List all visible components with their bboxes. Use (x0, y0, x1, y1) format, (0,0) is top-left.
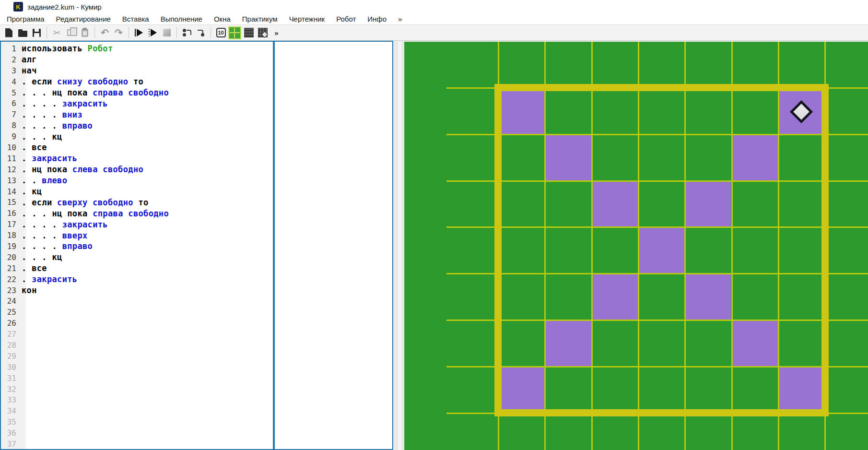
line-number: 10 (1, 143, 16, 152)
pane-splitter[interactable] (394, 41, 404, 450)
code-line[interactable]: 27 (1, 329, 273, 340)
code-text: . . . . закрасить (16, 99, 108, 108)
code-line[interactable]: 4. если снизу свободно то (1, 76, 273, 87)
menu-item-Чертежник[interactable]: Чертежник (283, 14, 331, 24)
robot-field-window[interactable] (404, 42, 868, 450)
code-line[interactable]: 36 (1, 427, 273, 438)
code-line[interactable]: 6. . . . закрасить (1, 98, 273, 109)
code-editor-pane[interactable]: 1использовать Робот2алг3нач4. если снизу… (0, 41, 274, 450)
toolbar-separator (211, 27, 211, 38)
code-line[interactable]: 3нач (1, 65, 273, 76)
new-file-icon (5, 28, 12, 37)
toolbar-separator (129, 27, 129, 38)
menu-item-Окна[interactable]: Окна (208, 14, 236, 24)
code-text: . все (16, 142, 47, 152)
run-step-button[interactable] (146, 26, 159, 39)
code-text: . закрасить (16, 154, 77, 163)
code-line[interactable]: 32 (1, 384, 273, 395)
code-line[interactable]: 2алг (1, 54, 273, 65)
code-line[interactable]: 33 (1, 395, 273, 406)
line-number: 18 (1, 231, 16, 240)
step-out-icon (197, 29, 205, 36)
step-over-button[interactable] (180, 26, 193, 39)
line-number: 36 (1, 428, 16, 438)
menu-item-Инфо[interactable]: Инфо (362, 14, 392, 24)
code-line[interactable]: 7. . . . вниз (1, 109, 273, 120)
show-values-button[interactable]: 10 (214, 26, 227, 39)
menu-item-Вставка[interactable]: Вставка (117, 14, 155, 24)
open-file-button[interactable] (16, 26, 29, 39)
title-bar: K задание2.kum - Кумир (0, 0, 868, 13)
code-line[interactable]: 14. кц (1, 186, 273, 197)
line-number: 25 (1, 308, 16, 317)
line-number: 16 (1, 209, 16, 218)
code-line[interactable]: 13. . влево (1, 175, 273, 186)
code-text: . . влево (16, 176, 67, 185)
window-title: задание2.kum - Кумир (27, 3, 102, 11)
save-button[interactable] (30, 26, 43, 39)
cut-button: ✂ (50, 26, 63, 39)
menu-item-Редактирование[interactable]: Редактирование (50, 14, 117, 24)
code-text: . . . . вправо (16, 241, 93, 251)
menu-item-Выполнение[interactable]: Выполнение (155, 14, 208, 24)
code-line[interactable]: 12. нц пока слева свободно (1, 164, 273, 175)
step-out-button[interactable] (194, 26, 207, 39)
code-line[interactable]: 9. . . кц (1, 131, 273, 142)
code-line[interactable]: 21. все (1, 263, 273, 274)
code-line[interactable]: 26 (1, 318, 273, 329)
code-text: . нц пока слева свободно (16, 165, 143, 174)
code-line[interactable]: 11. закрасить (1, 153, 273, 164)
menu-item-Робот[interactable]: Робот (330, 14, 362, 24)
code-line[interactable]: 17. . . . закрасить (1, 219, 273, 230)
line-number: 7 (1, 110, 16, 119)
menu-item-Практикум[interactable]: Практикум (236, 14, 283, 24)
line-number: 8 (1, 121, 16, 130)
code-line[interactable]: 30 (1, 362, 273, 373)
code-line[interactable]: 22. закрасить (1, 274, 273, 285)
code-line[interactable]: 1использовать Робот (1, 43, 273, 54)
menu-item-»[interactable]: » (392, 14, 408, 24)
code-line[interactable]: 15. если сверху свободно то (1, 197, 273, 208)
code-line[interactable]: 20. . . кц (1, 252, 273, 263)
code-line[interactable]: 28 (1, 340, 273, 351)
line-number: 14 (1, 187, 16, 196)
code-line[interactable]: 31 (1, 373, 273, 384)
new-file-button[interactable] (2, 26, 15, 39)
secondary-editor-pane[interactable] (274, 41, 393, 450)
values-10-icon: 10 (216, 28, 226, 37)
code-line[interactable]: 5. . . нц пока справа свободно (1, 87, 273, 98)
code-line[interactable]: 37 (1, 438, 273, 450)
code-line[interactable]: 34 (1, 405, 273, 416)
code-line[interactable]: 10. все (1, 142, 273, 153)
cut-scissors-icon: ✂ (53, 28, 61, 37)
stop-button (160, 26, 173, 39)
toolbar: ✂↶↷10» (0, 24, 868, 41)
code-text: . . . . вверх (16, 231, 88, 240)
code-text: нач (16, 66, 37, 75)
line-number: 5 (1, 88, 16, 97)
field-wall (494, 84, 829, 416)
code-line[interactable]: 24 (1, 296, 273, 307)
code-line[interactable]: 35 (1, 416, 273, 427)
robot-field-button[interactable] (256, 26, 269, 39)
code-line[interactable]: 18. . . . вверх (1, 230, 273, 241)
code-text: . . . нц пока справа свободно (16, 88, 169, 97)
run-play-dotted-icon (149, 29, 157, 36)
line-number: 33 (1, 395, 16, 404)
code-line[interactable]: 25 (1, 307, 273, 318)
code-line[interactable]: 29 (1, 351, 273, 362)
robot-window-button[interactable] (228, 26, 241, 39)
menu-item-Программа[interactable]: Программа (1, 14, 50, 24)
code-text: . . . . закрасить (16, 220, 108, 229)
line-number: 27 (1, 330, 16, 339)
run-play-icon (135, 29, 143, 36)
code-line[interactable]: 8. . . . вправо (1, 120, 273, 131)
paste-clipboard-icon (82, 29, 88, 37)
run-button[interactable] (132, 26, 145, 39)
line-number: 24 (1, 296, 16, 306)
grid-window-button[interactable] (242, 26, 255, 39)
code-line[interactable]: 16. . . нц пока справа свободно (1, 208, 273, 219)
toolbar-overflow-button[interactable]: » (270, 26, 283, 39)
code-line[interactable]: 23кон (1, 285, 273, 296)
code-line[interactable]: 19. . . . вправо (1, 241, 273, 252)
